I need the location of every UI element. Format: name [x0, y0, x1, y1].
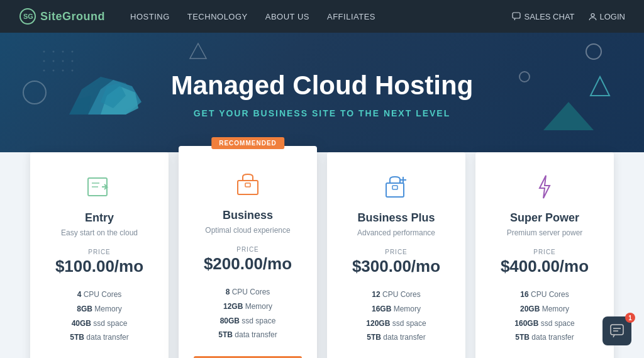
nav-hosting[interactable]: HOSTING	[130, 12, 170, 21]
sp-memory: 20GB	[520, 305, 540, 313]
navbar: SG SiteGround HOSTING TECHNOLOGY ABOUT U…	[0, 0, 644, 33]
bplus-transfer: 5TB	[367, 333, 381, 342]
chat-icon	[512, 12, 521, 21]
svg-point-8	[43, 60, 45, 62]
entry-ssd: 40GB	[72, 319, 91, 328]
chat-widget[interactable]: 1	[602, 316, 631, 345]
sp-cpu: 16	[520, 290, 528, 299]
pricing-cards: Entry Easy start on the cloud PRICE $100…	[25, 152, 619, 358]
super-power-price-value: $400.00/mo	[491, 257, 599, 276]
entry-price-label: PRICE	[45, 249, 153, 255]
business-plan-desc: Optimal cloud experience	[194, 226, 302, 235]
recommended-badge: RECOMMENDED	[211, 137, 284, 149]
business-features: 8 CPU Cores 12GB Memory 80GB ssd space 5…	[194, 285, 302, 342]
plan-super-power: Super Power Premium server power PRICE $…	[475, 152, 614, 358]
pricing-section: Entry Easy start on the cloud PRICE $100…	[0, 152, 644, 358]
svg-rect-39	[611, 325, 623, 335]
logo[interactable]: SG SiteGround	[19, 8, 105, 25]
sp-ssd: 160GB	[514, 319, 538, 328]
svg-marker-38	[540, 176, 550, 198]
svg-rect-33	[245, 183, 250, 187]
entry-transfer: 5TB	[70, 333, 84, 342]
logo-ground: Ground	[62, 10, 105, 23]
login-button[interactable]: LOGIN	[589, 12, 625, 21]
business-plan-name: Business	[194, 209, 302, 222]
business-plus-icon	[380, 171, 412, 203]
entry-cpu: 4	[77, 290, 82, 299]
logo-site: Site	[40, 10, 62, 23]
business-plus-price-value: $300.00/mo	[342, 257, 450, 276]
svg-point-21	[586, 44, 601, 59]
sales-chat-button[interactable]: SALES CHAT	[512, 12, 575, 21]
plan-business-plus: Business Plus Advanced performance PRICE…	[327, 152, 465, 358]
entry-memory: 8GB	[77, 305, 92, 313]
svg-point-4	[43, 51, 45, 53]
nav-links: HOSTING TECHNOLOGY ABOUT US AFFILIATES	[130, 12, 512, 21]
super-power-plan-name: Super Power	[491, 211, 599, 225]
entry-price-value: $100.00/mo	[45, 257, 153, 276]
hero-subtitle: GET YOUR BUSINESS SITE TO THE NEXT LEVEL	[0, 108, 644, 118]
user-icon	[589, 13, 597, 21]
hero-triangle-top	[189, 42, 208, 61]
business-icon	[232, 169, 264, 200]
nav-about-us[interactable]: ABOUT US	[265, 12, 309, 21]
logo-text: SiteGround	[40, 10, 105, 23]
nav-right: SALES CHAT LOGIN	[512, 12, 625, 21]
plan-business: RECOMMENDED Business Optimal cloud exper…	[179, 146, 317, 358]
bplus-cpu: 12	[372, 290, 380, 299]
login-label: LOGIN	[600, 12, 625, 21]
business-price-label: PRICE	[194, 246, 302, 253]
chat-widget-icon	[609, 323, 625, 338]
sp-transfer: 5TB	[515, 333, 530, 342]
business-price-value: $200.00/mo	[194, 254, 302, 274]
business-transfer: 5TB	[218, 330, 233, 339]
super-power-features: 16 CPU Cores 20GB Memory 160GB ssd space…	[491, 288, 599, 345]
business-plus-price-label: PRICE	[342, 249, 450, 255]
super-power-icon	[529, 171, 560, 203]
business-ssd: 80GB	[220, 316, 240, 325]
business-cpu: 8	[226, 288, 230, 296]
hero-section: Managed Cloud Hosting GET YOUR BUSINESS …	[0, 33, 644, 171]
entry-plan-desc: Easy start on the cloud	[45, 228, 153, 237]
business-plus-plan-desc: Advanced performance	[342, 228, 450, 237]
entry-icon	[84, 171, 115, 203]
svg-text:SG: SG	[23, 13, 33, 20]
business-plus-plan-name: Business Plus	[342, 211, 450, 225]
bplus-ssd: 120GB	[366, 319, 390, 328]
svg-rect-35	[392, 186, 397, 189]
svg-point-3	[591, 13, 594, 16]
entry-features: 4 CPU Cores 8GB Memory 40GB ssd space 5T…	[45, 288, 153, 345]
svg-rect-2	[513, 13, 520, 18]
business-plus-features: 12 CPU Cores 16GB Memory 120GB ssd space…	[342, 288, 450, 345]
bplus-memory: 16GB	[372, 305, 391, 313]
entry-plan-name: Entry	[45, 211, 153, 225]
plan-entry: Entry Easy start on the cloud PRICE $100…	[30, 152, 169, 358]
hero-title: Managed Cloud Hosting	[0, 70, 644, 101]
business-memory: 12GB	[223, 302, 243, 311]
sales-chat-label: SALES CHAT	[525, 12, 575, 21]
super-power-plan-desc: Premium server power	[491, 228, 599, 237]
svg-marker-26	[190, 43, 206, 59]
nav-technology[interactable]: TECHNOLOGY	[187, 12, 248, 21]
super-power-price-label: PRICE	[491, 249, 599, 255]
nav-affiliates[interactable]: AFFILIATES	[327, 12, 375, 21]
chat-badge: 1	[625, 313, 635, 323]
logo-icon: SG	[19, 8, 36, 25]
